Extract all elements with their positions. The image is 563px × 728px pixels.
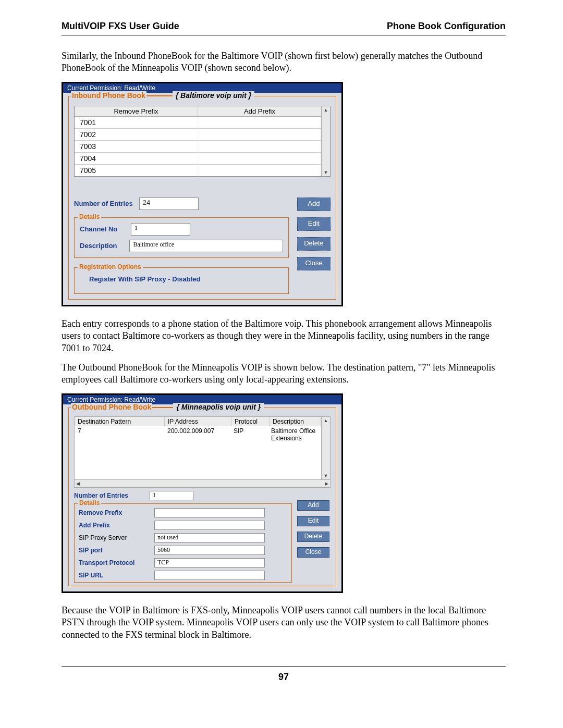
scroll-right-icon[interactable]: ▶ <box>323 481 330 486</box>
sip-proxy-label: SIP Proxy Server <box>79 534 149 541</box>
delete-button[interactable]: Delete <box>297 237 331 251</box>
col-description[interactable]: Description <box>270 417 321 426</box>
out-entries-value: 1 <box>150 491 193 500</box>
sip-url-value <box>154 571 265 580</box>
col-ip-address[interactable]: IP Address <box>165 417 231 426</box>
sip-proxy-value: not used <box>154 533 265 542</box>
remove-prefix-label: Remove Prefix <box>79 509 149 516</box>
entries-value: 24 <box>139 198 199 210</box>
sip-url-label: SIP URL <box>79 572 149 579</box>
description-label: Description <box>80 242 120 250</box>
paragraph-1: Similarly, the Inbound PhoneBook for the… <box>62 50 506 75</box>
outbound-group-label: Outbound Phone Book <box>71 403 152 411</box>
table-row[interactable]: 7002 <box>75 129 198 140</box>
scroll-down-icon[interactable]: ▼ <box>324 472 328 479</box>
paragraph-4: Because the VOIP in Baltimore is FXS-onl… <box>62 604 506 641</box>
col-add-prefix[interactable]: Add Prefix <box>198 106 321 116</box>
out-entries-label: Number of Entries <box>74 492 144 499</box>
edit-button[interactable]: Edit <box>297 217 331 231</box>
col-dest-pattern[interactable]: Destination Pattern <box>75 417 165 426</box>
outbound-table: Destination Pattern IP Address Protocol … <box>74 416 331 488</box>
description-value: Baltimore office <box>129 240 283 252</box>
footer-rule <box>62 666 506 667</box>
paragraph-2: Each entry corresponds to a phone statio… <box>62 318 506 354</box>
entries-label: Number of Entries <box>74 200 133 207</box>
table-row[interactable]: 7005 <box>75 165 198 176</box>
reg-title: Registration Options <box>78 263 143 270</box>
paragraph-3: The Outbound PhoneBook for the Minneapol… <box>62 362 506 386</box>
details-title: Details <box>78 213 101 220</box>
table-row[interactable]: 7001 <box>75 117 198 128</box>
sip-port-value: 5060 <box>154 546 265 555</box>
close-button[interactable]: Close <box>297 257 331 270</box>
header-right: Phone Book Configuration <box>387 21 506 32</box>
scroll-left-icon[interactable]: ◀ <box>75 481 81 486</box>
page-number: 97 <box>62 672 506 683</box>
add-prefix-value <box>154 521 265 530</box>
add-prefix-label: Add Prefix <box>79 522 149 529</box>
sip-port-label: SIP port <box>79 547 149 554</box>
delete-button[interactable]: Delete <box>297 532 329 542</box>
out-details-title: Details <box>78 499 101 507</box>
transport-label: Transport Protocol <box>79 559 149 566</box>
col-remove-prefix[interactable]: Remove Prefix <box>75 106 198 116</box>
header-rule <box>62 35 506 35</box>
scroll-up-icon[interactable]: ▲ <box>324 106 328 114</box>
scroll-up-icon[interactable]: ▲ <box>324 417 328 424</box>
table-row[interactable]: 7 200.002.009.007 SIP Baltimore Office E… <box>75 426 321 443</box>
table-row[interactable]: 7004 <box>75 153 198 164</box>
edit-button[interactable]: Edit <box>297 516 329 526</box>
inbound-unit-label: { Baltimore voip unit } <box>173 91 254 100</box>
transport-value: TCP <box>154 558 265 567</box>
scroll-down-icon[interactable]: ▼ <box>324 169 328 176</box>
remove-prefix-value <box>154 508 265 517</box>
inbound-table: Remove Prefix Add Prefix 7001 7002 7003 … <box>74 106 331 177</box>
channel-value: 1 <box>131 223 190 236</box>
col-protocol[interactable]: Protocol <box>231 417 270 426</box>
table-row[interactable]: 7003 <box>75 141 198 152</box>
outbound-unit-label: { Minneapolis voip unit } <box>173 403 264 411</box>
channel-label: Channel No <box>80 225 121 233</box>
inbound-group-label: Inbound Phone Book <box>71 91 146 100</box>
reg-text: Register With SIP Proxy - Disabled <box>89 275 283 283</box>
scrollbar[interactable]: ▲ ▼ <box>321 417 330 479</box>
scrollbar[interactable]: ▲ ▼ <box>321 106 330 176</box>
close-button[interactable]: Close <box>297 547 329 558</box>
add-button[interactable]: Add <box>297 198 331 211</box>
h-scrollbar[interactable]: ◀ ▶ <box>75 479 330 487</box>
add-button[interactable]: Add <box>297 500 329 511</box>
header-left: MultiVOIP FXS User Guide <box>62 21 179 32</box>
